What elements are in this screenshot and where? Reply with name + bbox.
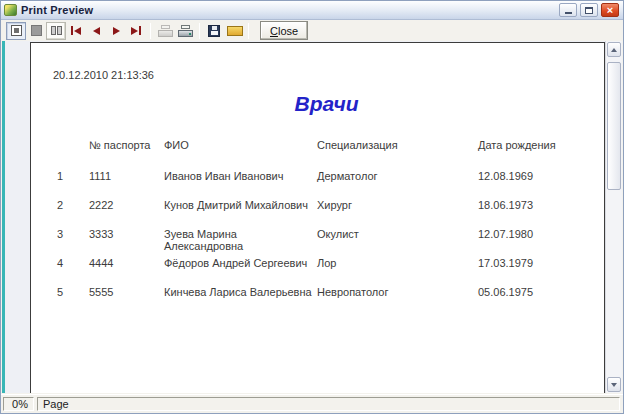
cell-specialization: Хирург bbox=[317, 199, 478, 211]
zoom-fit-button[interactable] bbox=[6, 22, 26, 40]
report-page: 20.12.2010 21:13:36 Врачи № паспорта ФИО… bbox=[30, 42, 605, 393]
zoom-100-button[interactable] bbox=[26, 22, 46, 40]
open-icon bbox=[227, 26, 241, 36]
zoom-fit-icon bbox=[11, 25, 22, 36]
page-container: 20.12.2010 21:13:36 Врачи № паспорта ФИО… bbox=[5, 41, 605, 393]
cell-birthdate: 05.06.1975 bbox=[478, 286, 604, 298]
cell-birthdate: 12.08.1969 bbox=[478, 170, 604, 182]
toolbar-separator bbox=[150, 23, 151, 39]
cell-fio: Иванов Иван Иванович bbox=[164, 170, 317, 182]
column-header-fio: ФИО bbox=[164, 139, 317, 151]
table-header-row: № паспорта ФИО Специализация Дата рожден… bbox=[31, 139, 604, 170]
cell-passport: 3333 bbox=[89, 228, 164, 240]
cell-fio: Кинчева Лариса Валерьевна bbox=[164, 286, 317, 298]
close-window-button[interactable]: × bbox=[601, 3, 619, 17]
maximize-icon bbox=[585, 7, 593, 14]
maximize-button[interactable] bbox=[580, 3, 598, 17]
first-page-icon bbox=[71, 26, 81, 35]
prev-page-button[interactable] bbox=[86, 22, 106, 40]
printer-setup-icon bbox=[158, 25, 173, 37]
arrow-down-icon bbox=[611, 383, 617, 387]
table-row: 4 4444 Фёдоров Андрей Сергеевич Лор 17.0… bbox=[31, 257, 604, 286]
cell-fio: Кунов Дмитрий Михайлович bbox=[164, 199, 317, 211]
zoom-level-panel: 0% bbox=[3, 397, 34, 411]
cell-passport: 1111 bbox=[89, 170, 164, 182]
minimize-icon bbox=[565, 12, 572, 14]
column-header-passport: № паспорта bbox=[89, 139, 164, 151]
arrow-up-icon bbox=[611, 48, 617, 52]
cell-specialization: Невропатолог bbox=[317, 286, 478, 298]
next-page-button[interactable] bbox=[106, 22, 126, 40]
first-page-button[interactable] bbox=[66, 22, 86, 40]
last-page-button[interactable] bbox=[126, 22, 146, 40]
minimize-button[interactable] bbox=[559, 3, 577, 17]
cell-row-number: 3 bbox=[57, 228, 89, 240]
cell-birthdate: 17.03.1979 bbox=[478, 257, 604, 269]
toolbar-separator bbox=[248, 23, 249, 39]
page-status-panel: Page bbox=[37, 397, 620, 411]
report-title: Врачи bbox=[31, 92, 604, 116]
cell-birthdate: 18.06.1973 bbox=[478, 199, 604, 211]
save-icon bbox=[208, 25, 220, 37]
scroll-up-button[interactable] bbox=[607, 42, 621, 57]
print-icon bbox=[178, 25, 193, 37]
toolbar-separator bbox=[199, 23, 200, 39]
toolbar: Close bbox=[1, 20, 623, 41]
cell-row-number: 4 bbox=[57, 257, 89, 269]
table-row: 2 2222 Кунов Дмитрий Михайлович Хирург 1… bbox=[31, 199, 604, 228]
report-timestamp: 20.12.2010 21:13:36 bbox=[53, 69, 604, 81]
column-header-specialization: Специализация bbox=[317, 139, 478, 151]
cell-fio: Фёдоров Андрей Сергеевич bbox=[164, 257, 317, 269]
report-table: № паспорта ФИО Специализация Дата рожден… bbox=[31, 139, 604, 315]
cell-row-number: 2 bbox=[57, 199, 89, 211]
cell-passport: 5555 bbox=[89, 286, 164, 298]
scrollbar-thumb[interactable] bbox=[607, 62, 621, 190]
table-row: 5 5555 Кинчева Лариса Валерьевна Невропа… bbox=[31, 286, 604, 315]
column-header-birthdate: Дата рождения bbox=[478, 139, 604, 151]
cell-specialization: Дерматолог bbox=[317, 170, 478, 182]
cell-specialization: Лор bbox=[317, 257, 478, 269]
cell-fio: Зуева Марина Александровна bbox=[164, 228, 317, 252]
preview-area: 20.12.2010 21:13:36 Врачи № паспорта ФИО… bbox=[2, 41, 622, 393]
two-pages-icon bbox=[51, 26, 62, 35]
window-title: Print Preview bbox=[21, 4, 556, 16]
app-icon bbox=[4, 4, 17, 16]
cell-row-number: 1 bbox=[57, 170, 89, 182]
close-preview-button[interactable]: Close bbox=[260, 21, 308, 40]
print-button[interactable] bbox=[175, 22, 195, 40]
save-button[interactable] bbox=[204, 22, 224, 40]
two-pages-button[interactable] bbox=[46, 22, 66, 40]
cell-specialization: Окулист bbox=[317, 228, 478, 240]
cell-row-number: 5 bbox=[57, 286, 89, 298]
last-page-icon bbox=[131, 26, 141, 35]
cell-passport: 2222 bbox=[89, 199, 164, 211]
table-row: 1 1111 Иванов Иван Иванович Дерматолог 1… bbox=[31, 170, 604, 199]
prev-page-icon bbox=[93, 27, 100, 35]
cell-passport: 4444 bbox=[89, 257, 164, 269]
print-preview-window: Print Preview × Close 20.12.2010 21:13:3… bbox=[0, 0, 624, 414]
printer-setup-button bbox=[155, 22, 175, 40]
zoom-100-icon bbox=[31, 25, 42, 36]
table-row: 3 3333 Зуева Марина Александровна Окулис… bbox=[31, 228, 604, 257]
cell-birthdate: 12.07.1980 bbox=[478, 228, 604, 240]
next-page-icon bbox=[113, 27, 120, 35]
open-button[interactable] bbox=[224, 22, 244, 40]
scroll-down-button[interactable] bbox=[607, 377, 621, 392]
vertical-scrollbar[interactable] bbox=[605, 41, 622, 393]
statusbar: 0% Page bbox=[1, 394, 623, 413]
titlebar: Print Preview × bbox=[1, 1, 623, 20]
